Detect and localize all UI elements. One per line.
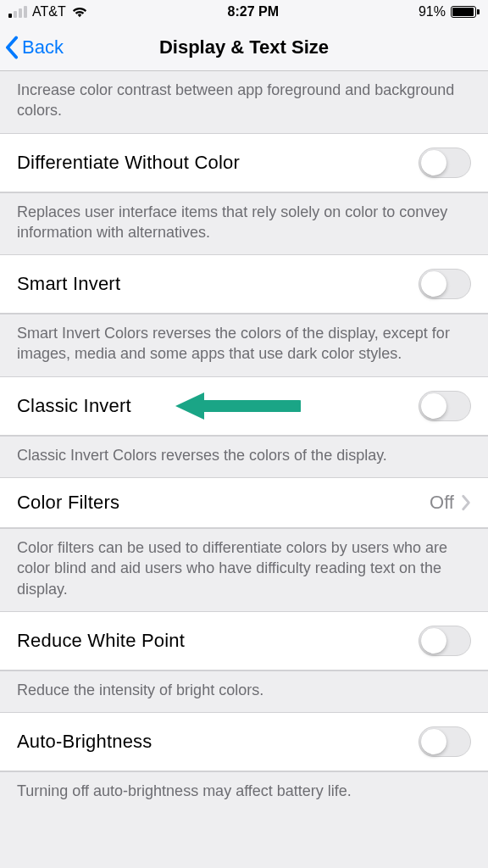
auto-brightness-label: Auto-Brightness bbox=[17, 731, 152, 753]
smart-invert-footer: Smart Invert Colors reverses the colors … bbox=[0, 314, 488, 376]
nav-bar: Back Display & Text Size bbox=[0, 24, 488, 71]
smart-invert-toggle[interactable] bbox=[419, 269, 471, 299]
classic-invert-row[interactable]: Classic Invert bbox=[0, 376, 488, 436]
reduce-white-point-label: Reduce White Point bbox=[17, 630, 185, 652]
differentiate-without-color-footer: Replaces user interface items that rely … bbox=[0, 192, 488, 255]
color-filters-footer: Color filters can be used to differentia… bbox=[0, 528, 488, 611]
differentiate-without-color-toggle[interactable] bbox=[419, 147, 471, 178]
status-right: 91% bbox=[419, 4, 480, 19]
auto-brightness-toggle[interactable] bbox=[419, 726, 471, 757]
differentiate-without-color-label: Differentiate Without Color bbox=[17, 152, 240, 174]
auto-brightness-row[interactable]: Auto-Brightness bbox=[0, 712, 488, 771]
smart-invert-label: Smart Invert bbox=[17, 273, 120, 295]
differentiate-without-color-row[interactable]: Differentiate Without Color bbox=[0, 133, 488, 192]
status-time: 8:27 PM bbox=[228, 4, 279, 19]
cellular-signal-icon bbox=[8, 6, 27, 18]
classic-invert-toggle[interactable] bbox=[419, 391, 471, 421]
auto-brightness-footer: Turning off auto-brightness may affect b… bbox=[0, 771, 488, 813]
battery-icon bbox=[451, 6, 480, 18]
color-filters-label: Color Filters bbox=[17, 492, 119, 514]
status-left: AT&T bbox=[8, 4, 88, 19]
smart-invert-row[interactable]: Smart Invert bbox=[0, 254, 488, 314]
carrier-label: AT&T bbox=[32, 4, 66, 19]
increase-contrast-footer: Increase color contrast between app fore… bbox=[0, 71, 488, 133]
battery-percent-label: 91% bbox=[419, 4, 446, 19]
annotation-arrow-icon bbox=[174, 389, 301, 423]
reduce-white-point-toggle[interactable] bbox=[419, 626, 471, 656]
reduce-white-point-footer: Reduce the intensity of bright colors. bbox=[0, 670, 488, 712]
reduce-white-point-row[interactable]: Reduce White Point bbox=[0, 611, 488, 670]
svg-marker-1 bbox=[175, 392, 204, 420]
classic-invert-label: Classic Invert bbox=[17, 395, 131, 417]
chevron-right-icon bbox=[461, 494, 471, 511]
color-filters-row[interactable]: Color Filters Off bbox=[0, 477, 488, 528]
chevron-left-icon bbox=[5, 36, 19, 59]
settings-list: Increase color contrast between app fore… bbox=[0, 71, 488, 814]
back-label: Back bbox=[22, 36, 64, 58]
classic-invert-footer: Classic Invert Colors reverses the color… bbox=[0, 436, 488, 477]
wifi-icon bbox=[71, 6, 88, 18]
page-title: Display & Text Size bbox=[159, 36, 329, 58]
back-button[interactable]: Back bbox=[5, 24, 64, 70]
color-filters-value: Off bbox=[430, 492, 454, 514]
status-bar: AT&T 8:27 PM 91% bbox=[0, 0, 488, 24]
